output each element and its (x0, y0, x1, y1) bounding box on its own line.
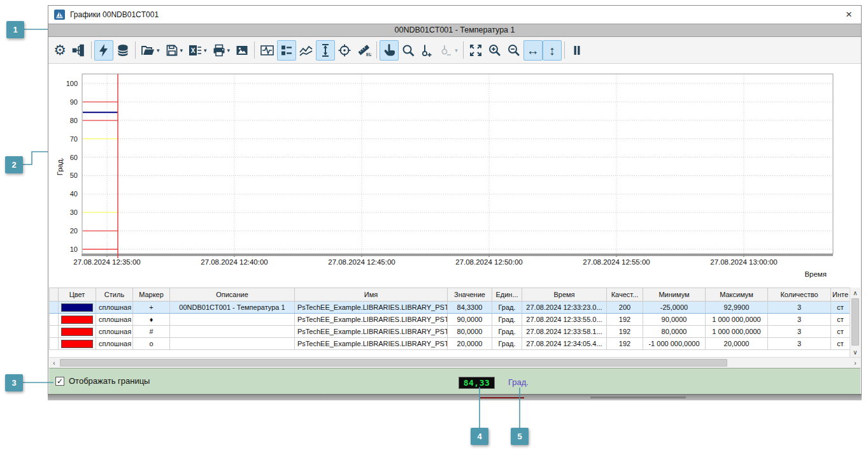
col-header-value[interactable]: Значение (448, 288, 492, 302)
archive-button[interactable] (113, 40, 132, 61)
quality-cell: 192 (607, 326, 643, 338)
unit-label: Град. (508, 377, 529, 387)
close-button[interactable]: × (837, 6, 861, 24)
table-row[interactable]: сплошная # PsTechEE_Example.LIBRARIES.LI… (50, 326, 850, 338)
col-header-count[interactable]: Количество (768, 288, 831, 302)
fit-vertical-button[interactable]: ↕ (543, 40, 562, 61)
vertical-scale-button[interactable] (316, 40, 335, 61)
legend-button[interactable] (277, 40, 296, 61)
callout-badge-4: 4 (471, 428, 488, 445)
table-row[interactable]: сплошная + 00NDB01CT001 - Температура 1 … (50, 302, 850, 314)
zoom-in-button[interactable] (485, 40, 504, 61)
magnifier-icon (401, 43, 415, 57)
show-limits-checkbox[interactable]: ✓ (55, 377, 64, 386)
col-header-max[interactable]: Максимум (706, 288, 768, 302)
save-button[interactable]: ▾ (162, 40, 186, 61)
color-cell (59, 302, 96, 314)
export-excel-button[interactable]: X ▾ (185, 40, 210, 61)
col-header-style[interactable]: Стиль (96, 288, 133, 302)
min-cell: 80,0000 (643, 326, 706, 338)
zoom-out-button[interactable] (504, 40, 523, 61)
time-cell: 27.08.2024 12:33:58.1... (522, 326, 607, 338)
marker-minus-icon (439, 43, 453, 57)
table-row[interactable]: сплошная ♦ PsTechEE_Example.LIBRARIES.LI… (50, 314, 850, 326)
online-mode-button[interactable] (94, 40, 113, 61)
oscillogram-button[interactable] (257, 40, 277, 61)
unit-cell: Град. (492, 302, 522, 314)
col-header-unit[interactable]: Един... (492, 288, 522, 302)
fit-all-button[interactable] (466, 40, 485, 61)
print-button[interactable]: ▾ (210, 40, 233, 61)
footer-bar: ✓ Отображать границы 84,33 Град. (49, 368, 860, 394)
fit-horizontal-button[interactable]: ↔ (523, 40, 543, 61)
remove-marker-button[interactable]: ▾ (437, 40, 460, 61)
curves-button[interactable] (296, 40, 316, 61)
col-header-color[interactable]: Цвет (59, 288, 96, 302)
col-header-min[interactable]: Минимум (643, 288, 706, 302)
callout-badge-1: 1 (6, 21, 24, 38)
color-swatch (61, 328, 93, 336)
hscroll-thumb[interactable] (60, 359, 727, 367)
toolbar: ⚙ (48, 37, 861, 64)
svg-text:100: 100 (66, 80, 78, 87)
col-header-name[interactable]: Имя (295, 288, 448, 302)
min-cell: 90,0000 (643, 314, 706, 326)
svg-text:27.08.2024 12:35:00: 27.08.2024 12:35:00 (73, 258, 141, 266)
time-cell: 27.08.2024 12:33:55.0... (522, 314, 607, 326)
max-cell: 92,9900 (706, 302, 768, 314)
svg-text:80: 80 (70, 117, 78, 124)
callout-badge-3: 3 (5, 374, 23, 391)
scroll-up-button[interactable]: ∧ (850, 288, 860, 298)
marker-cell: # (133, 326, 170, 338)
svg-text:50: 50 (70, 171, 78, 179)
marker-plus-icon (420, 43, 434, 57)
desc-cell: 00NDB01CT001 - Температура 1 (170, 302, 295, 314)
svg-text:90: 90 (70, 98, 78, 106)
col-header-time[interactable]: Время (522, 288, 607, 302)
units-button[interactable]: EU (354, 40, 374, 61)
count-cell: 3 (768, 326, 831, 338)
table-vscrollbar[interactable]: ∧ ∨ (850, 288, 860, 357)
tree-button[interactable] (69, 40, 89, 61)
svg-text:27.08.2024 12:55:00: 27.08.2024 12:55:00 (583, 258, 650, 266)
toolbar-separator (91, 41, 92, 59)
hierarchy-icon (72, 43, 86, 57)
chart-plot[interactable]: 10203040506070809010027.08.2024 12:35:00… (48, 64, 861, 287)
zoom-select-button[interactable] (399, 40, 418, 61)
col-header-quality[interactable]: Качест... (607, 288, 643, 302)
callout-badge-2: 2 (5, 156, 23, 173)
save-image-button[interactable] (232, 40, 252, 61)
col-header-marker[interactable]: Маркер (133, 288, 170, 302)
vscroll-thumb[interactable] (851, 298, 859, 346)
svg-text:40: 40 (70, 190, 78, 198)
min-cell: -25,0000 (643, 302, 706, 314)
dropdown-icon: ▾ (180, 47, 183, 54)
crosshair-button[interactable] (335, 40, 354, 61)
scroll-left-button[interactable]: ‹ (49, 358, 59, 368)
table-row[interactable]: сплошная o PsTechEE_Example.LIBRARIES.LI… (50, 338, 850, 350)
col-header-interp[interactable]: Инте (831, 288, 850, 302)
dropdown-icon: ▾ (227, 47, 231, 54)
open-button[interactable]: ▾ (138, 40, 162, 61)
svg-text:27.08.2024 13:00:00: 27.08.2024 13:00:00 (710, 258, 778, 266)
h-arrow-icon: ↔ (527, 44, 539, 57)
quality-cell: 200 (607, 302, 643, 314)
add-marker-button[interactable] (418, 40, 437, 61)
table-hscrollbar[interactable]: ‹ › (49, 357, 860, 368)
desc-cell (170, 338, 295, 350)
legend-list-icon (280, 43, 294, 57)
toolbar-separator (463, 41, 464, 59)
gear-icon: ⚙ (53, 43, 66, 57)
pause-button[interactable] (567, 40, 587, 61)
col-header-description[interactable]: Описание (170, 288, 295, 302)
quality-cell: 192 (607, 338, 643, 350)
settings-button[interactable]: ⚙ (50, 40, 69, 61)
trend-chart: 10203040506070809010027.08.2024 12:35:00… (48, 64, 861, 287)
pan-button[interactable] (380, 40, 399, 61)
unit-cell: Град. (492, 314, 522, 326)
interp-cell: ст (831, 302, 850, 314)
scroll-right-button[interactable]: › (850, 358, 860, 368)
row-selector (50, 338, 59, 350)
scroll-down-button[interactable]: ∨ (850, 347, 860, 357)
svg-text:60: 60 (70, 154, 78, 161)
